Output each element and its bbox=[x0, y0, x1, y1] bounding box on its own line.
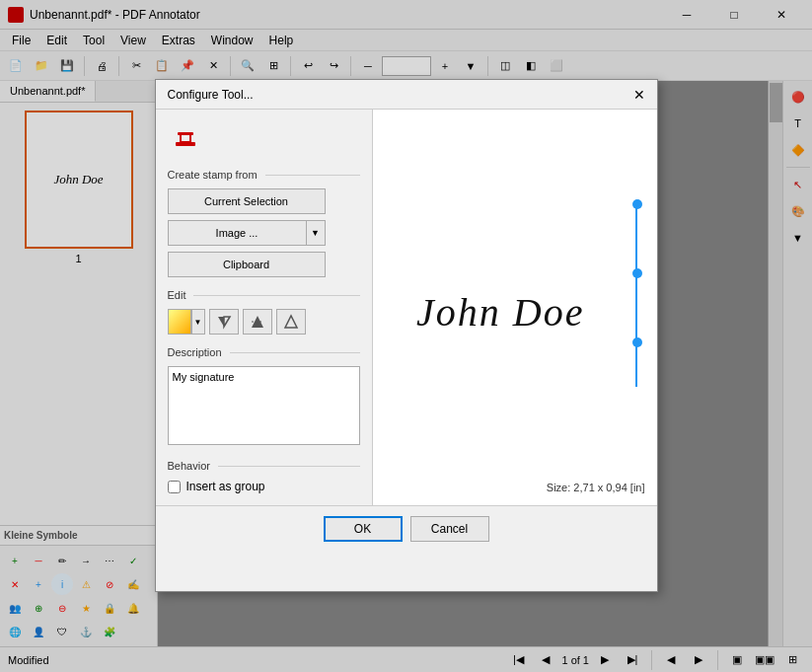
svg-rect-1 bbox=[181, 134, 190, 142]
svg-rect-2 bbox=[178, 132, 193, 135]
dialog-title: Configure Tool... bbox=[168, 88, 254, 102]
preview-area: John Doe bbox=[373, 150, 657, 466]
edit-flip-h[interactable] bbox=[209, 309, 239, 335]
dialog-body: Create stamp from Current Selection Imag… bbox=[156, 110, 657, 505]
behavior-section: Behavior Insert as group bbox=[168, 460, 360, 493]
svg-text:John Doe: John Doe bbox=[416, 290, 584, 335]
description-label: Description bbox=[168, 346, 360, 358]
create-stamp-label: Create stamp from bbox=[168, 169, 360, 181]
selection-handles bbox=[632, 199, 642, 407]
image-dropdown-button[interactable]: ▼ bbox=[306, 220, 326, 246]
ok-button[interactable]: OK bbox=[324, 516, 403, 542]
signature-preview: John Doe bbox=[387, 247, 643, 368]
dialog-close-button[interactable]: ✕ bbox=[629, 85, 649, 105]
insert-as-group-row: Insert as group bbox=[168, 480, 360, 493]
description-textarea[interactable]: My signature bbox=[168, 366, 360, 445]
svg-marker-7 bbox=[285, 316, 297, 328]
handle-bottom[interactable] bbox=[632, 337, 642, 347]
current-selection-button[interactable]: Current Selection bbox=[168, 188, 326, 214]
dialog-right-section: John Doe Size: 2,71 x 0,94 [in] bbox=[373, 110, 657, 505]
clipboard-button[interactable]: Clipboard bbox=[168, 252, 326, 277]
edit-color-dropdown[interactable]: ▼ bbox=[191, 309, 205, 335]
signature-svg: John Doe bbox=[406, 266, 624, 345]
size-label: Size: 2,71 x 0,94 [in] bbox=[547, 482, 645, 493]
cancel-button[interactable]: Cancel bbox=[410, 516, 489, 542]
description-section: Description My signature bbox=[168, 346, 360, 448]
edit-label: Edit bbox=[168, 289, 360, 301]
handle-middle[interactable] bbox=[632, 268, 642, 278]
edit-rotate[interactable] bbox=[276, 309, 306, 335]
edit-btn-1-group: ▼ bbox=[168, 309, 205, 335]
edit-flip-v[interactable] bbox=[243, 309, 272, 335]
dialog-title-bar: Configure Tool... ✕ bbox=[156, 80, 657, 110]
dialog-overlay: Configure Tool... ✕ bbox=[0, 0, 812, 672]
dialog-icon-row bbox=[168, 121, 360, 157]
dialog-footer: OK Cancel bbox=[156, 505, 657, 552]
insert-as-group-label: Insert as group bbox=[186, 480, 265, 493]
configure-tool-dialog: Configure Tool... ✕ bbox=[155, 79, 658, 592]
insert-as-group-checkbox[interactable] bbox=[168, 481, 181, 493]
handle-top[interactable] bbox=[632, 199, 642, 209]
svg-marker-3 bbox=[218, 317, 224, 327]
image-button[interactable]: Image ... bbox=[168, 220, 306, 246]
image-btn-group: Image ... ▼ bbox=[168, 220, 326, 246]
edit-color-btn[interactable] bbox=[168, 309, 191, 335]
stamp-icon bbox=[168, 121, 203, 157]
edit-section: Edit ▼ bbox=[168, 289, 360, 335]
behavior-label: Behavior bbox=[168, 460, 360, 472]
svg-marker-4 bbox=[224, 317, 230, 327]
edit-buttons: ▼ bbox=[168, 309, 360, 335]
dialog-left-section: Create stamp from Current Selection Imag… bbox=[156, 110, 373, 505]
